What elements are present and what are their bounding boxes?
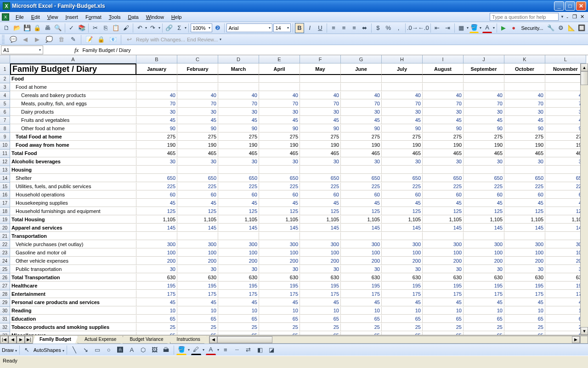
control-icon[interactable]: 🔲 — [577, 23, 586, 33]
cell[interactable]: 195 — [259, 282, 300, 290]
cell[interactable]: 30 — [218, 108, 259, 116]
cell[interactable]: 630 — [177, 274, 218, 282]
cell[interactable]: 145 — [259, 224, 300, 232]
merge-center-icon[interactable]: ⬌ — [360, 23, 369, 33]
cell[interactable]: 300 — [464, 241, 504, 248]
cell[interactable]: Housing — [10, 166, 136, 174]
spelling-icon[interactable]: ✓ — [67, 23, 76, 33]
sheet-tab[interactable]: Family Budget — [33, 336, 78, 344]
cell[interactable]: 225 — [300, 183, 341, 190]
cell[interactable]: 45 — [382, 116, 423, 124]
cell[interactable]: 70 — [464, 100, 504, 108]
cell[interactable]: 190 — [341, 141, 382, 149]
cell[interactable]: 65 — [341, 332, 382, 335]
cell[interactable]: 30 — [423, 108, 464, 116]
cell[interactable]: 45 — [177, 199, 218, 207]
picture-icon[interactable]: 🏔 — [161, 345, 171, 355]
increase-indent-icon[interactable]: ⇥ — [443, 23, 452, 33]
cell[interactable]: 465 — [341, 150, 382, 157]
column-header[interactable]: B — [136, 55, 177, 63]
column-header[interactable]: J — [464, 55, 504, 63]
row-header[interactable]: 20 — [0, 224, 10, 232]
select-objects-icon[interactable]: ↖ — [22, 345, 32, 355]
cell[interactable]: Apparel and services — [10, 224, 136, 232]
underline-button[interactable]: U — [316, 23, 325, 33]
cell[interactable]: 125 — [300, 207, 341, 215]
cell[interactable]: 65 — [136, 332, 177, 335]
borders-icon[interactable]: ▦ — [456, 23, 465, 33]
cell[interactable]: 45 — [423, 199, 464, 207]
row-header[interactable]: 27 — [0, 282, 10, 290]
cell[interactable]: Education — [10, 315, 136, 323]
cell[interactable]: 195 — [300, 282, 341, 290]
line-style-icon[interactable]: ≡ — [220, 345, 231, 355]
hyperlink-icon[interactable]: 🔗 — [164, 23, 174, 33]
menu-help[interactable]: Help — [168, 13, 186, 21]
reply-icon[interactable]: ↩ — [124, 34, 134, 45]
row-header[interactable]: 29 — [0, 299, 10, 307]
fill-color-icon[interactable]: 🪣 — [469, 23, 479, 33]
cell[interactable]: 190 — [218, 141, 259, 149]
cell[interactable]: 200 — [423, 257, 464, 265]
cell[interactable]: 30 — [259, 158, 300, 166]
cell[interactable] — [382, 232, 423, 240]
sheet-tab[interactable]: Budget Variance — [123, 336, 170, 344]
cell[interactable]: 45 — [300, 299, 341, 306]
cell[interactable]: June — [341, 63, 382, 75]
diagram-icon[interactable]: ⬡ — [138, 345, 148, 355]
cell[interactable]: 45 — [218, 116, 259, 124]
cell[interactable]: July — [382, 63, 423, 75]
autosum-dropdown-icon[interactable]: ▾ — [185, 26, 187, 30]
cell[interactable]: 125 — [504, 207, 545, 215]
cell[interactable]: 65 — [259, 315, 300, 323]
cell[interactable]: 40 — [423, 92, 464, 99]
cell[interactable]: 30 — [218, 265, 259, 273]
cell[interactable]: 60 — [464, 191, 504, 199]
cell[interactable]: 65 — [177, 332, 218, 335]
cell[interactable]: 145 — [382, 224, 423, 232]
share-icon[interactable]: 📧 — [108, 34, 118, 45]
cell[interactable]: 60 — [259, 191, 300, 199]
doc-minimize-button[interactable]: - — [564, 14, 571, 20]
column-header[interactable]: G — [341, 55, 382, 63]
cell[interactable]: 225 — [136, 183, 177, 190]
line-color-icon[interactable]: 🖊 — [191, 345, 201, 355]
cell[interactable]: 200 — [300, 257, 341, 265]
cell[interactable]: Other vehicle expenses — [10, 257, 136, 265]
cell[interactable]: 195 — [218, 282, 259, 290]
cell[interactable]: 70 — [341, 100, 382, 108]
cell[interactable]: 465 — [259, 150, 300, 157]
cell[interactable]: 10 — [464, 307, 504, 315]
next-comment-icon[interactable]: ▶ — [32, 34, 42, 45]
clipart-icon[interactable]: 🖼 — [150, 345, 160, 355]
cell[interactable] — [136, 75, 177, 83]
align-right-icon[interactable]: ≡ — [350, 23, 359, 33]
cell[interactable]: 195 — [136, 282, 177, 290]
cell[interactable]: Cereals and bakery products — [10, 92, 136, 99]
cell[interactable]: 300 — [259, 241, 300, 248]
cell[interactable]: October — [504, 63, 545, 75]
cell[interactable] — [300, 232, 341, 240]
cell[interactable]: 630 — [136, 274, 177, 282]
cell[interactable]: 40 — [218, 92, 259, 99]
cell[interactable]: 45 — [300, 116, 341, 124]
fx-icon[interactable]: fx — [74, 46, 79, 54]
cell[interactable]: 200 — [177, 257, 218, 265]
cell[interactable] — [504, 83, 545, 91]
cell[interactable]: 10 — [300, 307, 341, 315]
currency-icon[interactable]: $ — [373, 23, 383, 33]
cell[interactable]: Meats, poultry, fish, and eggs — [10, 100, 136, 108]
doc-close-button[interactable]: ✕ — [579, 14, 585, 20]
align-center-icon[interactable]: ≡ — [339, 23, 348, 33]
cell[interactable]: 1,105 — [259, 216, 300, 224]
ink-icon[interactable]: ✎ — [68, 34, 78, 45]
column-header[interactable]: F — [300, 55, 341, 63]
cell[interactable]: 125 — [177, 207, 218, 215]
cell[interactable]: 200 — [218, 257, 259, 265]
cell[interactable]: 630 — [218, 274, 259, 282]
cell[interactable]: 100 — [423, 249, 464, 257]
cell[interactable]: 90 — [341, 125, 382, 132]
cell[interactable]: 650 — [259, 174, 300, 182]
italic-button[interactable]: I — [305, 23, 314, 33]
column-header[interactable]: H — [382, 55, 423, 63]
